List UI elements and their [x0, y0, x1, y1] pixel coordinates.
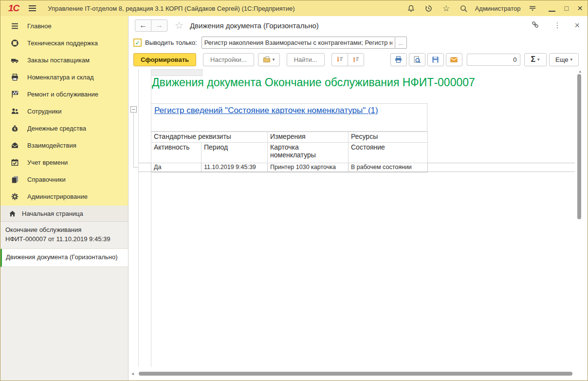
- sum-dropdown-button[interactable]: Σ ▾: [524, 53, 547, 66]
- settings-button[interactable]: Настройки...: [203, 53, 254, 66]
- open-windows-panel: Начальная страница Окончание обслуживани…: [0, 206, 128, 381]
- sidebar-item-glavnoe[interactable]: Главное: [0, 18, 128, 35]
- sidebar-item-sotrudniki[interactable]: Сотрудники: [0, 103, 128, 120]
- gutter-line: [138, 69, 139, 367]
- window-title: Управление IT-отделом 8, редакция 3.1 КО…: [48, 5, 294, 12]
- money-bag-icon: $: [11, 124, 19, 133]
- report-area: Движения документа Окончание обслуживани…: [129, 68, 588, 381]
- table-row: Да 11.10.2019 9:45:39 Принтер 1030 карто…: [151, 163, 428, 172]
- save-button[interactable]: [427, 53, 444, 66]
- save-icon: [431, 56, 440, 64]
- sidebar-item-uchet-vremeni[interactable]: Учет времени: [0, 154, 128, 171]
- main-panel: ← → ☆ Движения документа (Горизонтально)…: [128, 16, 588, 381]
- print-button[interactable]: [390, 53, 407, 66]
- send-mail-button[interactable]: [446, 53, 462, 66]
- collapse-groups-button[interactable]: [348, 53, 364, 66]
- sidebar-item-spravochniki[interactable]: Справочники: [0, 171, 128, 188]
- cell-activity: Да: [151, 163, 202, 172]
- group-line: [133, 167, 138, 168]
- preview-button[interactable]: [409, 53, 425, 66]
- minimize-button[interactable]: [549, 5, 555, 12]
- scroll-up-arrow-icon[interactable]: ▴: [579, 69, 581, 74]
- favorite-star-icon[interactable]: ☆: [175, 19, 184, 31]
- app-window: 1С Управление IT-отделом 8, редакция 3.1…: [0, 0, 588, 381]
- cell-state: В рабочем состоянии: [349, 163, 428, 172]
- register-link[interactable]: Регистр сведений "Состояние карточек ном…: [154, 106, 378, 115]
- column-header: Карточка номенклатуры: [268, 143, 349, 163]
- filter-checkbox[interactable]: ✓: [133, 38, 142, 47]
- group-header-cell: Стандартные реквизиты: [151, 132, 268, 143]
- preview-icon: [413, 56, 421, 64]
- sidebar-item-nomenklatura-sklad[interactable]: Номенклатура и склад: [0, 69, 128, 86]
- history-icon[interactable]: [423, 3, 434, 14]
- printer-icon: [11, 73, 19, 81]
- scroll-left-arrow-icon[interactable]: ◂: [131, 371, 134, 376]
- checkered-flag-icon: [11, 90, 19, 98]
- titlebar-controls: ☆ Администратор □ ×: [399, 3, 583, 14]
- column-header-cell: [151, 69, 202, 76]
- movements-table: Стандартные реквизиты Измерения Ресурсы …: [151, 132, 428, 172]
- truck-icon: [11, 56, 19, 64]
- mail-icon: [450, 56, 458, 64]
- gear-icon: [11, 192, 19, 201]
- titlebar: 1С Управление IT-отделом 8, редакция 3.1…: [0, 0, 588, 16]
- sidebar-item-tech-podderzhka[interactable]: Техническая поддержка: [0, 35, 128, 52]
- panel-title: Движения документа (Горизонтально): [190, 21, 319, 30]
- current-user[interactable]: Администратор: [475, 5, 521, 12]
- maximize-button[interactable]: □: [564, 4, 568, 12]
- close-window-button[interactable]: ×: [577, 5, 583, 12]
- collapse-groups-icon: [352, 56, 360, 63]
- expand-groups-icon: [336, 56, 344, 63]
- column-header: Период: [202, 143, 268, 163]
- more-menu-icon[interactable]: ⋮: [553, 21, 561, 30]
- home-page-tab[interactable]: Начальная страница: [0, 206, 128, 222]
- sidebar-item-denezhnye-sredstva[interactable]: $ Денежные средства: [0, 120, 128, 137]
- sidebar: Главное Техническая поддержка Заказы пос…: [0, 16, 128, 206]
- horizontal-scrollbar[interactable]: [139, 372, 572, 376]
- counter-input[interactable]: [467, 54, 520, 66]
- sidebar-item-administrirovanie[interactable]: Администрирование: [0, 188, 128, 205]
- sidebar-item-zakazy-postavshchikam[interactable]: Заказы поставщикам: [0, 52, 128, 69]
- forward-button[interactable]: →: [151, 19, 167, 32]
- cell-period: 11.10.2019 9:45:39: [202, 163, 268, 172]
- tab-okonchanie-obsluzhivaniya[interactable]: Окончание обслуживания НФИТ-000007 от 11…: [0, 222, 128, 249]
- column-header: Активность: [151, 143, 202, 163]
- filter-more-button[interactable]: ...: [395, 37, 407, 49]
- sidebar-item-vzaimodeystviya[interactable]: Взаимодействия: [0, 137, 128, 154]
- generate-button[interactable]: Сформировать: [133, 53, 196, 66]
- group-line: [133, 113, 134, 167]
- search-icon[interactable]: [459, 3, 469, 14]
- filter-label: Выводить только:: [145, 39, 197, 46]
- column-header: Состояние: [349, 143, 428, 163]
- get-link-icon[interactable]: [531, 20, 540, 31]
- service-menu-icon[interactable]: [527, 3, 538, 14]
- notifications-bell-icon[interactable]: [406, 3, 417, 14]
- svg-text:$: $: [14, 127, 16, 131]
- sidebar-item-remont-obsluzhivanie[interactable]: Ремонт и обслуживание: [0, 86, 128, 103]
- back-button[interactable]: ←: [135, 19, 151, 32]
- group-header-cell: Измерения: [268, 132, 349, 143]
- vertical-scrollbar[interactable]: [577, 74, 581, 219]
- menu-icon: [11, 22, 19, 30]
- books-icon: [11, 175, 19, 184]
- find-button[interactable]: Найти...: [287, 53, 325, 66]
- filter-value-input[interactable]: [202, 37, 395, 49]
- tab-dvizheniya-dokumenta[interactable]: Движения документа (Горизонтально): [0, 249, 128, 267]
- home-page-label: Начальная страница: [22, 210, 83, 217]
- panel-header-icons: ⋮ ×: [517, 20, 580, 31]
- history-nav-group: ← →: [135, 19, 167, 32]
- more-actions-button[interactable]: Еще ▾: [549, 53, 579, 66]
- filter-row: ✓ Выводить только: ...: [129, 35, 588, 51]
- main-menu-icon[interactable]: [29, 5, 36, 11]
- cell-card: Принтер 1030 карточка: [268, 163, 349, 172]
- close-panel-button[interactable]: ×: [574, 20, 580, 31]
- copy-dropdown-button[interactable]: ▾: [258, 53, 280, 66]
- expand-groups-button[interactable]: [331, 53, 348, 66]
- home-icon: [9, 210, 16, 217]
- report-toolbar: Сформировать Настройки... ▾ Найти...: [129, 51, 588, 68]
- panel-header: ← → ☆ Движения документа (Горизонтально)…: [129, 16, 588, 35]
- group-header-cell: Ресурсы: [349, 132, 428, 143]
- collapse-group-toggle[interactable]: −: [130, 106, 137, 113]
- favorites-star-icon[interactable]: ☆: [441, 3, 452, 14]
- calendar-check-icon: [11, 158, 19, 167]
